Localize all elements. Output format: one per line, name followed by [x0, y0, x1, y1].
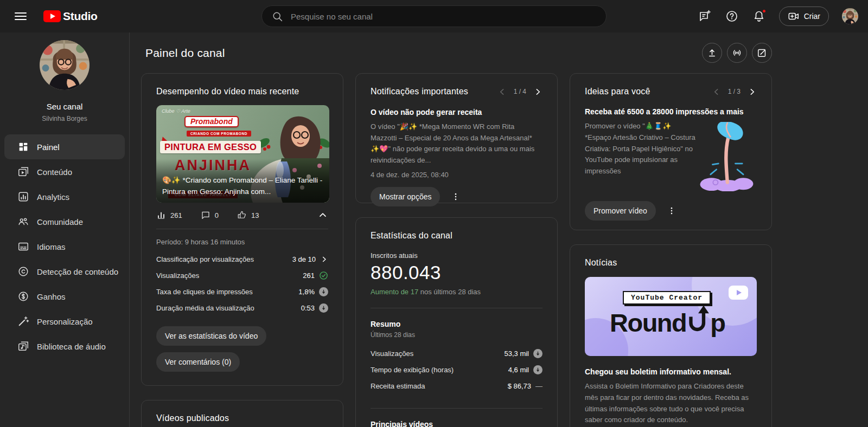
trend-down-icon: [319, 287, 328, 296]
edit-button[interactable]: [752, 43, 772, 63]
views-icon: [156, 210, 166, 220]
notification-date: 4 de dez. de 2025, 08:40: [371, 171, 542, 179]
row-label: Tempo de exibição (horas): [371, 366, 454, 374]
search-bar[interactable]: [261, 5, 607, 27]
metric-value: 3 de 10: [292, 255, 316, 263]
likes-icon: [237, 210, 247, 220]
sidebar-nav: Painel Conteúdo Analytics: [0, 134, 129, 359]
sidebar-item-label: Biblioteca de áudio: [37, 342, 106, 351]
subtitles-icon: [17, 241, 29, 253]
header-left: Studio: [10, 5, 250, 27]
view-comments-button[interactable]: Ver comentários (0): [156, 352, 240, 372]
account-avatar[interactable]: [842, 8, 858, 24]
notification-title: O vídeo não pode gerar receita: [371, 108, 542, 117]
sidebar-item-label: Ganhos: [37, 292, 66, 301]
analytics-icon: [17, 191, 29, 203]
thumb-headline: PINTURA EM GESSO: [160, 141, 261, 153]
period-label: Período: 9 horas 16 minutos: [156, 238, 328, 246]
notification-body: O vídeo "🎉✨ *Mega Momento WR com Rita Ma…: [371, 121, 542, 166]
subscribers-count: 880.043: [371, 262, 542, 283]
card-title: Notificações importantes: [371, 87, 468, 96]
top-videos-title: Principais vídeos: [371, 420, 542, 427]
show-options-button[interactable]: Mostrar opções: [371, 187, 440, 206]
metric-row-ranking[interactable]: Classificação por visualizações 3 de 10: [156, 251, 328, 267]
channel-stats-card: Estatísticas do canal Inscritos atuais 8…: [355, 217, 558, 427]
card-title: Vídeos publicados: [156, 413, 328, 423]
pager-prev-icon[interactable]: [497, 87, 507, 96]
pager-next-icon[interactable]: [748, 87, 757, 96]
trend-down-icon: [319, 303, 328, 313]
video-metrics: Classificação por visualizações 3 de 10 …: [156, 251, 328, 316]
video-quick-stats: 261 0 13: [156, 210, 328, 221]
subscribers-delta: Aumento de 17 nos últimos 28 dias: [371, 288, 542, 296]
collapse-chevron-icon[interactable]: [317, 210, 328, 221]
pager-next-icon[interactable]: [533, 87, 542, 96]
summary-subtitle: Últimos 28 dias: [371, 331, 542, 339]
sidebar-item-label: Comunidade: [37, 217, 83, 227]
create-button[interactable]: Criar: [779, 7, 829, 26]
card-title: Notícias: [585, 258, 757, 268]
sidebar-item-analytics[interactable]: Analytics: [4, 184, 125, 209]
youtube-studio-logo[interactable]: Studio: [43, 10, 98, 23]
sidebar-item-idiomas[interactable]: Idiomas: [4, 234, 125, 259]
likes-value: 13: [251, 211, 259, 219]
notifications-bell-icon[interactable]: [752, 9, 766, 23]
kebab-menu-icon[interactable]: [667, 206, 676, 216]
video-analytics-button[interactable]: Ver as estatísticas do vídeo: [156, 326, 266, 346]
news-card: Notícias YouTube Creator Round p: [570, 244, 772, 427]
notification-dot: [762, 9, 767, 14]
sidebar-item-conteudo[interactable]: Conteúdo: [4, 159, 125, 184]
go-live-button[interactable]: [727, 43, 747, 63]
menu-icon[interactable]: [10, 5, 31, 27]
search-input[interactable]: [291, 12, 602, 21]
upload-video-button[interactable]: [702, 43, 722, 63]
row-label: Visualizações: [371, 350, 413, 358]
divider: [371, 308, 542, 308]
metric-label: Duração média da visualização: [156, 304, 254, 312]
pager-text: 1 / 4: [514, 88, 526, 95]
metric-value: 0:53: [301, 304, 315, 312]
pager-prev-icon[interactable]: [712, 87, 721, 96]
sidebar-item-label: Detecção de conteúdo: [37, 267, 118, 276]
copyright-icon: [17, 266, 29, 277]
thumb-brand: Promabond: [184, 116, 239, 127]
play-button-icon: [729, 286, 748, 300]
kebab-menu-icon[interactable]: [451, 192, 461, 202]
audio-library-icon: [17, 340, 29, 352]
views-value: 261: [170, 211, 182, 219]
sidebar-item-ganhos[interactable]: Ganhos: [4, 284, 125, 309]
divider: [371, 408, 542, 409]
sidebar-item-comunidade[interactable]: Comunidade: [4, 209, 125, 234]
row-value: 53,3 mil: [504, 350, 529, 358]
page-header: Painel do canal: [145, 33, 772, 73]
news-banner[interactable]: YouTube Creator Round p: [585, 277, 757, 356]
video-thumbnail[interactable]: Clube ♡ Arte: [156, 105, 329, 203]
sidebar-item-personalizacao[interactable]: Personalização: [4, 309, 125, 334]
idea-heading: Receba até 6500 a 28000 impressões a mai…: [585, 107, 757, 116]
trend-flat-icon: —: [535, 382, 542, 390]
metric-label: Classificação por visualizações: [156, 255, 254, 263]
ideas-card: Ideias para você 1 / 3 Receba até 6500 a…: [570, 73, 772, 230]
search-icon: [272, 11, 283, 22]
sidebar-item-painel[interactable]: Painel: [4, 134, 125, 159]
sidebar-item-biblioteca[interactable]: Biblioteca de áudio: [4, 334, 125, 359]
metric-label: Visualizações: [156, 271, 199, 280]
sidebar-item-label: Painel: [37, 143, 60, 152]
feedback-icon[interactable]: [698, 9, 712, 23]
metric-label: Taxa de cliques de impressões: [156, 288, 253, 296]
earnings-icon: [17, 290, 29, 302]
card-title: Desempenho do vídeo mais recente: [156, 87, 328, 96]
dashboard-grid: Desempenho do vídeo mais recente Clube ♡…: [141, 73, 772, 427]
promote-video-button[interactable]: Promover vídeo: [585, 201, 656, 221]
sidebar-item-label: Conteúdo: [37, 167, 72, 177]
dashboard-icon: [17, 141, 29, 153]
row-value: 4,6 mil: [508, 366, 529, 374]
help-icon[interactable]: [725, 9, 739, 23]
video-title: 🎨✨ *Criando com Promabond – Eliane Tanel…: [162, 175, 323, 198]
divider: [156, 229, 328, 229]
summary-title: Resumo: [371, 320, 542, 328]
summary-row-views: Visualizações 53,3 mil: [371, 345, 542, 361]
channel-avatar[interactable]: [40, 40, 90, 90]
sidebar-item-deteccao[interactable]: Detecção de conteúdo: [4, 259, 125, 284]
create-label: Criar: [804, 12, 820, 21]
